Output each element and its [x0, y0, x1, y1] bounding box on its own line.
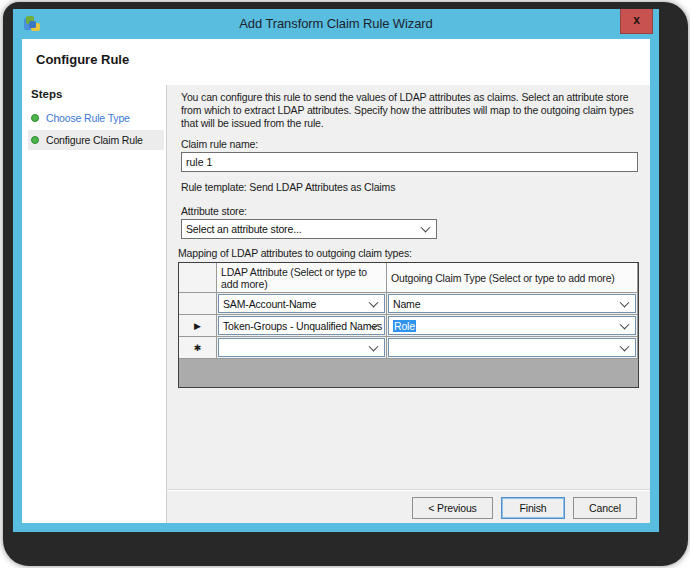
- grid-header-selector-cell: [179, 263, 217, 293]
- column-header-outgoing-claim-type: Outgoing Claim Type (Select or type to a…: [387, 263, 638, 293]
- content-panel: You can configure this rule to send the …: [166, 85, 650, 523]
- step-label: Configure Claim Rule: [46, 134, 143, 146]
- chevron-down-icon: [369, 297, 379, 307]
- step-label: Choose Rule Type: [46, 112, 130, 124]
- steps-heading: Steps: [31, 88, 62, 100]
- ldap-attribute-cell: Token-Groups - Unqualified Names: [217, 315, 387, 337]
- mapping-table-label: Mapping of LDAP attributes to outgoing c…: [178, 247, 412, 259]
- wizard-main: Steps Choose Rule Type Configure Claim R…: [22, 85, 650, 523]
- table-row: ▶ Token-Groups - Unqualified Names Role: [179, 315, 638, 337]
- outgoing-claim-select[interactable]: Name: [388, 294, 636, 313]
- chevron-down-icon: [620, 341, 630, 351]
- wizard-window: Add Transform Claim Rule Wizard x Config…: [13, 9, 659, 532]
- page-title: Configure Rule: [36, 52, 129, 67]
- cancel-button[interactable]: Cancel: [573, 497, 637, 519]
- ldap-attribute-value: Token-Groups - Unqualified Names: [223, 320, 382, 332]
- screenshot-stage: Add Transform Claim Rule Wizard x Config…: [0, 0, 690, 568]
- ldap-attribute-cell: [217, 337, 387, 359]
- attribute-store-label: Attribute store:: [181, 205, 247, 217]
- ldap-attribute-select[interactable]: SAM-Account-Name: [218, 294, 385, 313]
- mapping-grid: LDAP Attribute (Select or type to add mo…: [178, 262, 639, 388]
- steps-sidebar: Steps Choose Rule Type Configure Claim R…: [22, 85, 166, 523]
- outgoing-claim-value-selected: Role: [393, 320, 416, 332]
- sidebar-item-configure-claim-rule[interactable]: Configure Claim Rule: [28, 130, 164, 150]
- close-button[interactable]: x: [620, 9, 653, 34]
- chevron-down-icon: [421, 223, 431, 233]
- table-row: SAM-Account-Name Name: [179, 293, 638, 315]
- attribute-store-value: Select an attribute store...: [186, 223, 301, 235]
- outgoing-claim-cell: Role: [387, 315, 638, 337]
- chevron-down-icon: [369, 341, 379, 351]
- row-selector-cell[interactable]: [179, 293, 217, 315]
- claim-rule-name-label: Claim rule name:: [181, 138, 258, 150]
- sidebar-item-choose-rule-type[interactable]: Choose Rule Type: [28, 108, 164, 128]
- row-selector-cell-current[interactable]: ▶: [179, 315, 217, 337]
- ldap-attribute-cell: SAM-Account-Name: [217, 293, 387, 315]
- grid-empty-area: [179, 359, 638, 387]
- window-title: Add Transform Claim Rule Wizard: [13, 16, 659, 31]
- chevron-down-icon: [620, 297, 630, 307]
- outgoing-claim-value: Name: [393, 298, 420, 310]
- outgoing-claim-select-focused[interactable]: Role: [388, 316, 636, 335]
- ldap-attribute-value: SAM-Account-Name: [223, 298, 316, 310]
- step-done-dot-icon: [31, 114, 39, 122]
- outgoing-claim-cell: [387, 337, 638, 359]
- claim-rule-name-input[interactable]: [181, 152, 638, 172]
- grid-header-row: LDAP Attribute (Select or type to add mo…: [179, 263, 638, 293]
- finish-button[interactable]: Finish: [501, 497, 565, 519]
- chevron-down-icon: [620, 319, 630, 329]
- table-row-new: ✱: [179, 337, 638, 359]
- column-header-ldap-attribute: LDAP Attribute (Select or type to add mo…: [217, 263, 387, 293]
- dialog-body: Configure Rule Steps Choose Rule Type Co…: [22, 39, 650, 523]
- step-done-dot-icon: [31, 136, 39, 144]
- footer-buttons: < Previous Finish Cancel: [412, 497, 637, 519]
- titlebar[interactable]: Add Transform Claim Rule Wizard x: [13, 9, 659, 39]
- rule-description-text: You can configure this rule to send the …: [181, 91, 636, 130]
- ldap-attribute-select[interactable]: Token-Groups - Unqualified Names: [218, 316, 385, 335]
- footer-divider: [167, 489, 650, 491]
- outgoing-claim-select[interactable]: [388, 338, 636, 357]
- rule-template-text: Rule template: Send LDAP Attributes as C…: [181, 181, 395, 193]
- previous-button[interactable]: < Previous: [412, 497, 493, 519]
- row-selector-cell-new[interactable]: ✱: [179, 337, 217, 359]
- ldap-attribute-select[interactable]: [218, 338, 385, 357]
- attribute-store-select[interactable]: Select an attribute store...: [181, 219, 437, 239]
- outgoing-claim-cell: Name: [387, 293, 638, 315]
